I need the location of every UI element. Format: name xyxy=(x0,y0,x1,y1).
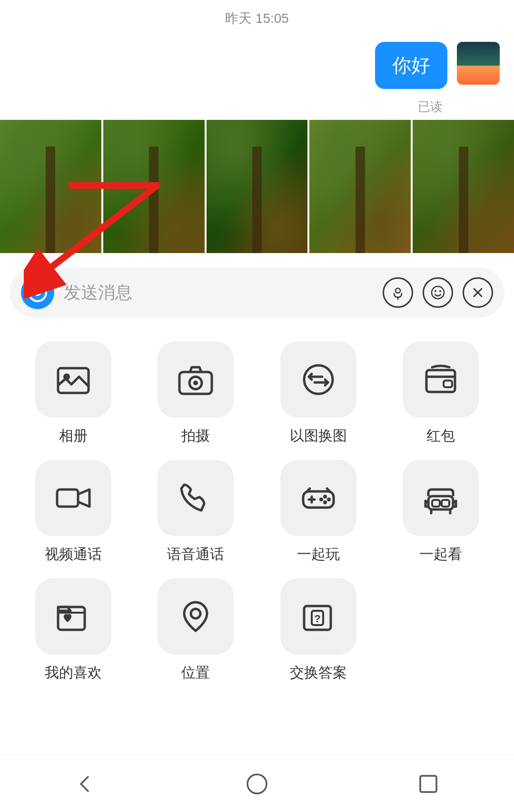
favorites-icon-box xyxy=(35,578,111,655)
svg-rect-33 xyxy=(442,500,449,507)
action-item-album[interactable]: 相册 xyxy=(19,342,128,446)
action-item-location[interactable]: 位置 xyxy=(142,578,250,683)
close-icon xyxy=(471,286,484,299)
location-icon xyxy=(177,597,215,636)
video-icon xyxy=(54,479,92,517)
message-bubble: 你好 xyxy=(375,42,447,89)
camera-icon-box xyxy=(158,342,234,418)
svg-rect-42 xyxy=(420,776,436,792)
favorites-label: 我的喜欢 xyxy=(45,663,102,683)
svg-point-9 xyxy=(435,290,436,292)
svg-point-28 xyxy=(319,498,323,501)
svg-point-6 xyxy=(395,288,400,293)
home-button[interactable] xyxy=(245,772,269,796)
location-icon-box xyxy=(158,578,234,655)
svg-point-41 xyxy=(247,774,267,793)
camera-label: 拍摄 xyxy=(181,426,210,446)
bottom-nav xyxy=(0,755,514,812)
watch-together-icon-box xyxy=(403,460,479,536)
svg-point-8 xyxy=(432,286,444,299)
svg-rect-20 xyxy=(444,381,452,387)
action-item-watch-together[interactable]: 一起看 xyxy=(387,460,495,564)
svg-point-10 xyxy=(439,290,441,292)
album-icon xyxy=(54,361,92,399)
photo-item-3[interactable] xyxy=(207,120,308,253)
voice-call-icon-box xyxy=(158,460,234,536)
home-icon xyxy=(245,772,269,796)
svg-point-37 xyxy=(191,609,200,618)
exchange-answer-label: 交换答案 xyxy=(290,663,347,683)
emoji-icon xyxy=(430,285,445,300)
play-together-icon-box xyxy=(280,460,356,536)
recent-icon xyxy=(416,772,440,796)
back-icon xyxy=(74,772,98,796)
message-input[interactable]: 发送消息 xyxy=(64,281,373,304)
svg-text:?: ? xyxy=(314,613,320,625)
svg-point-17 xyxy=(193,381,198,385)
photo-strip xyxy=(0,120,514,253)
voice-input-button[interactable] xyxy=(383,277,413,308)
image-swap-label: 以图换图 xyxy=(290,426,347,446)
message-read-status: 已读 xyxy=(418,98,443,115)
action-grid: 相册 拍摄 以图换图 xyxy=(0,327,514,697)
exchange-answer-icon-box: ? xyxy=(280,578,356,655)
action-item-play-together[interactable]: 一起玩 xyxy=(264,460,373,564)
voice-call-label: 语音通话 xyxy=(167,545,224,564)
action-item-image-swap[interactable]: 以图换图 xyxy=(264,342,373,446)
question-folder-icon: ? xyxy=(299,597,337,636)
heart-folder-icon xyxy=(54,597,92,636)
red-packet-icon-box xyxy=(403,342,479,418)
photo-item-5[interactable] xyxy=(413,120,514,253)
camera-icon xyxy=(27,282,48,303)
avatar xyxy=(457,42,500,85)
red-packet-label: 红包 xyxy=(426,426,455,446)
message-row: 你好 已读 xyxy=(0,32,514,120)
svg-rect-32 xyxy=(432,500,440,507)
play-together-label: 一起玩 xyxy=(297,545,340,564)
back-button[interactable] xyxy=(74,772,98,796)
svg-point-4 xyxy=(34,289,41,296)
location-label: 位置 xyxy=(181,663,210,683)
action-item-favorites[interactable]: 我的喜欢 xyxy=(19,578,128,683)
album-icon-box xyxy=(35,342,111,418)
status-time: 昨天 15:05 xyxy=(225,10,289,28)
video-call-icon-box xyxy=(35,460,111,536)
svg-point-25 xyxy=(323,495,327,499)
sofa-icon xyxy=(422,479,460,517)
action-item-video-call[interactable]: 视频通话 xyxy=(19,460,128,564)
svg-point-18 xyxy=(304,365,333,394)
camera-toggle-button[interactable] xyxy=(21,276,54,309)
photo-item-4[interactable] xyxy=(309,120,411,253)
phone-icon xyxy=(177,479,215,517)
recent-apps-button[interactable] xyxy=(416,772,440,796)
emoji-button[interactable] xyxy=(423,277,453,308)
svg-rect-21 xyxy=(57,489,78,507)
svg-point-27 xyxy=(323,500,327,504)
photo-item-2[interactable] xyxy=(103,120,205,253)
watch-together-label: 一起看 xyxy=(419,545,462,564)
action-item-red-packet[interactable]: 红包 xyxy=(387,342,495,446)
camera-action-icon xyxy=(177,361,215,399)
action-item-camera[interactable]: 拍摄 xyxy=(142,342,250,446)
status-bar: 昨天 15:05 xyxy=(0,0,514,32)
album-label: 相册 xyxy=(59,426,88,446)
image-swap-icon-box xyxy=(280,342,356,418)
voice-icon xyxy=(390,285,405,300)
wallet-icon xyxy=(422,361,460,399)
svg-rect-5 xyxy=(35,286,40,288)
game-icon xyxy=(299,479,337,517)
svg-point-26 xyxy=(327,498,331,501)
image-swap-icon xyxy=(299,361,337,399)
action-item-voice-call[interactable]: 语音通话 xyxy=(142,460,250,564)
input-right-icons xyxy=(383,277,493,308)
close-button[interactable] xyxy=(463,277,493,308)
input-bar: 发送消息 xyxy=(10,267,504,318)
video-call-label: 视频通话 xyxy=(45,545,102,564)
photo-item-1[interactable] xyxy=(0,120,101,253)
action-item-exchange-answer[interactable]: ? 交换答案 xyxy=(264,578,373,683)
